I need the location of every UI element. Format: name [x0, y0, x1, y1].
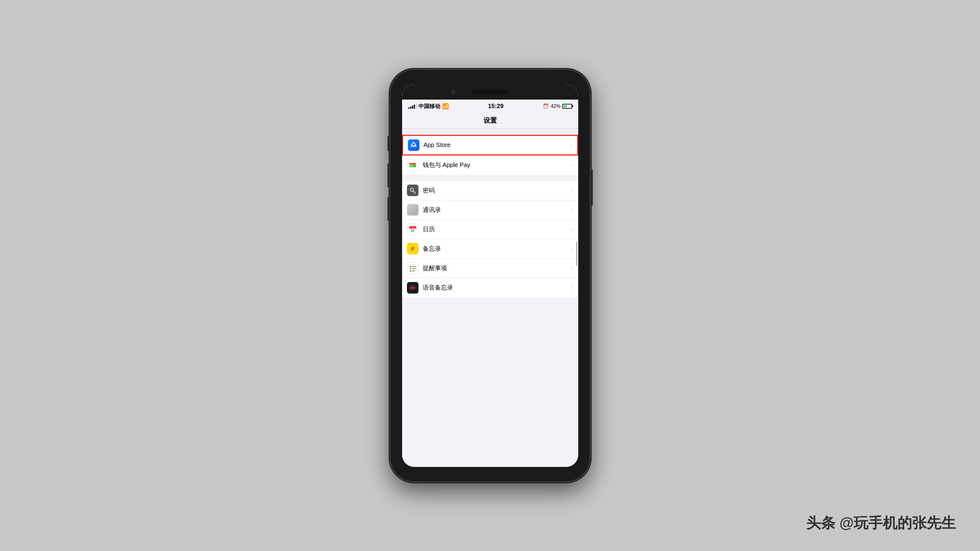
calendar-label: 日历: [423, 225, 571, 233]
voice-memos-icon: [407, 282, 418, 294]
signal-bar-2: [410, 106, 411, 109]
passwords-icon: [407, 184, 418, 196]
wallet-row[interactable]: 钱包与 Apple Pay ›: [402, 156, 578, 175]
power-button: [590, 169, 593, 206]
page-background: 头条 @玩手机的张先生: [0, 0, 980, 551]
status-right: ⏰ 42%: [542, 103, 572, 109]
volume-up-button: [388, 164, 390, 187]
signal-bars: [408, 104, 417, 109]
signal-bar-4: [414, 105, 415, 109]
volume-down-button: [388, 197, 390, 221]
battery-fill: [564, 105, 567, 108]
voice-memos-chevron: ›: [571, 284, 573, 291]
status-time: 15:29: [488, 103, 504, 110]
reminders-icon: [407, 262, 418, 274]
svg-point-20: [410, 266, 411, 267]
calendar-icon: 17: [407, 224, 418, 235]
svg-rect-2: [409, 164, 416, 165]
battery-percent-label: 42%: [550, 103, 560, 109]
top-notch: [402, 84, 578, 100]
battery-icon: [562, 104, 572, 109]
svg-rect-13: [409, 228, 416, 229]
reminders-row[interactable]: 提醒事项 ›: [402, 259, 578, 278]
contacts-row[interactable]: 通讯录 ›: [402, 200, 578, 220]
signal-bar-3: [412, 106, 413, 109]
svg-rect-3: [410, 165, 412, 166]
camera: [451, 90, 455, 94]
notes-row[interactable]: 备忘录 ›: [402, 239, 578, 259]
signal-bar-5: [415, 104, 417, 109]
settings-content: App Store ›: [402, 129, 578, 467]
section-gap-1: [402, 129, 578, 135]
scrollbar: [576, 241, 578, 266]
status-bar: 中国移动 📶 15:29 ⏰ 42%: [402, 100, 578, 113]
svg-point-22: [410, 270, 411, 272]
section-gap-2: [402, 175, 578, 181]
status-left: 中国移动 📶: [408, 103, 449, 110]
reminders-chevron: ›: [571, 265, 573, 272]
carrier-label: 中国移动: [418, 103, 440, 110]
watermark: 头条 @玩手机的张先生: [806, 513, 956, 533]
voice-memos-row[interactable]: 语音备忘录 ›: [402, 278, 578, 297]
wifi-icon: 📶: [442, 103, 449, 110]
navigation-bar: 设置: [402, 113, 578, 129]
wallet-label: 钱包与 Apple Pay: [423, 161, 571, 169]
passwords-row[interactable]: 密码 ›: [402, 181, 578, 200]
notes-icon: [407, 243, 418, 254]
passwords-chevron: ›: [571, 187, 573, 194]
svg-rect-15: [410, 246, 415, 251]
svg-point-9: [412, 208, 414, 210]
battery-container: [562, 104, 572, 109]
contacts-chevron: ›: [571, 207, 573, 213]
contacts-label: 通讯录: [423, 206, 571, 214]
iphone-frame: 中国移动 📶 15:29 ⏰ 42% 设置: [390, 69, 590, 482]
wallet-icon: [407, 159, 418, 171]
iphone-screen: 中国移动 📶 15:29 ⏰ 42% 设置: [402, 84, 578, 467]
settings-section-1: App Store ›: [402, 135, 578, 175]
svg-line-6: [414, 192, 415, 192]
notes-chevron: ›: [571, 246, 573, 252]
app-store-chevron: ›: [571, 142, 573, 148]
alarm-icon: ⏰: [542, 103, 549, 109]
signal-bar-1: [408, 108, 409, 109]
notes-label: 备忘录: [423, 245, 571, 253]
mute-button: [388, 136, 390, 151]
app-store-row[interactable]: App Store ›: [402, 135, 578, 156]
speaker: [472, 90, 508, 94]
settings-section-2: 密码 › 通讯录: [402, 181, 578, 297]
wallet-chevron: ›: [571, 162, 573, 168]
voice-memos-label: 语音备忘录: [423, 284, 571, 292]
app-store-icon: [408, 139, 419, 151]
passwords-label: 密码: [423, 186, 571, 195]
nav-title: 设置: [484, 116, 497, 125]
calendar-row[interactable]: 17 日历 ›: [402, 220, 578, 239]
svg-point-10: [410, 211, 415, 213]
reminders-label: 提醒事项: [423, 264, 571, 272]
calendar-chevron: ›: [571, 226, 573, 233]
svg-text:17: 17: [411, 229, 415, 233]
app-store-label: App Store: [424, 141, 571, 148]
contacts-icon: [407, 204, 418, 216]
svg-point-21: [410, 268, 411, 270]
